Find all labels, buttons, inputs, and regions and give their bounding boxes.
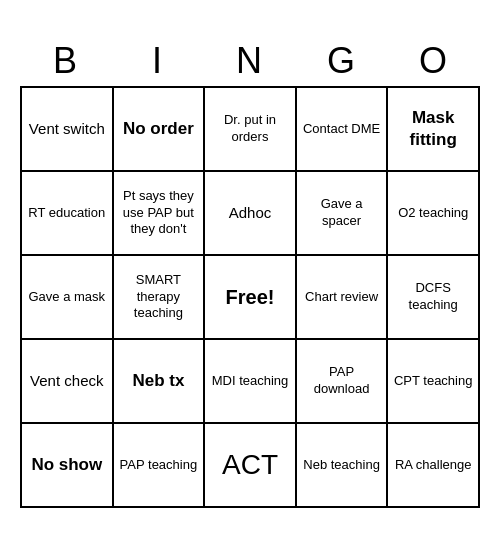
bingo-cell-15: Vent check — [22, 340, 114, 424]
bingo-cell-8: Gave a spacer — [297, 172, 389, 256]
bingo-cell-20: No show — [22, 424, 114, 508]
bingo-grid: Vent switchNo orderDr. put in ordersCont… — [20, 86, 480, 508]
bingo-cell-19: CPT teaching — [388, 340, 480, 424]
header-letter-o: O — [388, 36, 480, 86]
bingo-cell-21: PAP teaching — [114, 424, 206, 508]
bingo-cell-7: Adhoc — [205, 172, 297, 256]
bingo-cell-3: Contact DME — [297, 88, 389, 172]
bingo-cell-22: ACT — [205, 424, 297, 508]
bingo-cell-9: O2 teaching — [388, 172, 480, 256]
header-letter-i: I — [112, 36, 204, 86]
bingo-cell-13: Chart review — [297, 256, 389, 340]
bingo-cell-1: No order — [114, 88, 206, 172]
bingo-cell-12: Free! — [205, 256, 297, 340]
bingo-cell-17: MDI teaching — [205, 340, 297, 424]
bingo-cell-0: Vent switch — [22, 88, 114, 172]
bingo-cell-6: Pt says they use PAP but they don't — [114, 172, 206, 256]
bingo-card: BINGO Vent switchNo orderDr. put in orde… — [20, 36, 480, 508]
bingo-cell-4: Mask fitting — [388, 88, 480, 172]
header-letter-g: G — [296, 36, 388, 86]
bingo-cell-16: Neb tx — [114, 340, 206, 424]
bingo-cell-2: Dr. put in orders — [205, 88, 297, 172]
bingo-cell-10: Gave a mask — [22, 256, 114, 340]
bingo-cell-24: RA challenge — [388, 424, 480, 508]
header-letter-b: B — [20, 36, 112, 86]
header-letter-n: N — [204, 36, 296, 86]
bingo-cell-18: PAP download — [297, 340, 389, 424]
bingo-cell-14: DCFS teaching — [388, 256, 480, 340]
bingo-cell-23: Neb teaching — [297, 424, 389, 508]
bingo-header: BINGO — [20, 36, 480, 86]
bingo-cell-11: SMART therapy teaching — [114, 256, 206, 340]
bingo-cell-5: RT education — [22, 172, 114, 256]
